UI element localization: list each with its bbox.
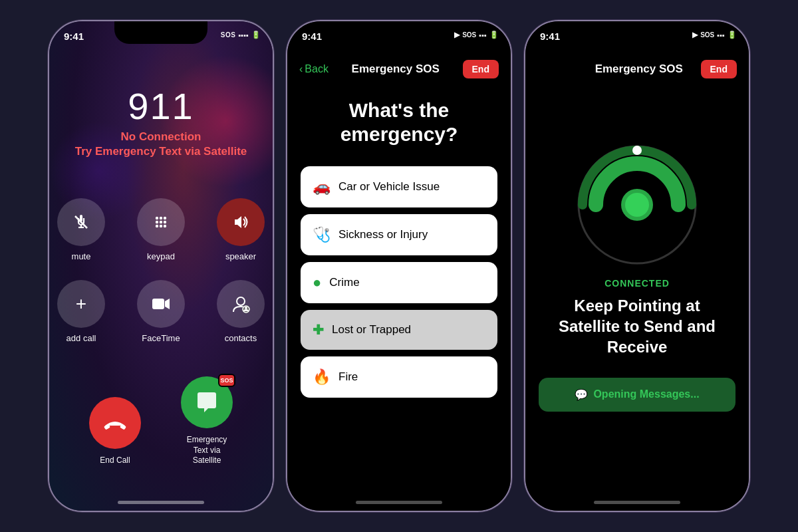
fire-icon: 🔥 <box>313 368 331 386</box>
status-icons-3: ▶ SOS ▪▪▪ 🔋 <box>692 31 737 39</box>
lost-icon: ✚ <box>313 322 324 338</box>
end-button-2[interactable]: End <box>463 60 499 78</box>
mute-icon-circle <box>57 198 105 246</box>
svg-marker-15 <box>165 299 170 309</box>
sos-indicator-2: SOS <box>462 31 476 39</box>
home-indicator-2 <box>356 501 442 504</box>
location-icon-3: ▶ <box>692 31 698 39</box>
status-time-3: 9:41 <box>540 31 560 42</box>
svg-point-25 <box>625 193 649 217</box>
facetime-button[interactable]: FaceTime <box>134 280 188 343</box>
option-lost-label: Lost or Trapped <box>332 323 411 336</box>
battery-icon-2: 🔋 <box>489 31 499 39</box>
try-emergency-text: Try Emergency Text via Satellite <box>75 145 247 158</box>
sos-indicator-3: SOS <box>700 31 714 39</box>
back-button[interactable]: ‹ Back <box>299 63 329 75</box>
sos-indicator: SOS <box>221 31 236 39</box>
sickness-icon: 🩺 <box>313 226 331 243</box>
svg-point-10 <box>156 225 158 227</box>
option-fire[interactable]: 🔥 Fire <box>301 356 497 398</box>
contacts-icon <box>231 295 250 313</box>
phone3-content: Emergency SOS End CONNECTED Keep Pointin… <box>525 21 749 511</box>
home-indicator-1 <box>118 501 204 504</box>
phone1-content: 911 No Connection Try Emergency Text via… <box>49 21 273 511</box>
end-call-label: End Call <box>100 456 130 466</box>
no-connection-text: No Connection <box>121 130 201 144</box>
messages-bubble-icon: 💬 <box>575 388 588 401</box>
call-control-buttons: mute keypad <box>55 198 267 343</box>
facetime-label: FaceTime <box>142 333 180 343</box>
message-icon <box>195 390 219 414</box>
facetime-icon <box>152 297 170 311</box>
svg-rect-14 <box>152 299 164 309</box>
phone-3: 9:41 ▶ SOS ▪▪▪ 🔋 Emergency SOS End <box>524 20 750 512</box>
mute-button[interactable]: mute <box>55 198 108 261</box>
opening-messages-button[interactable]: 💬 Opening Messages... <box>539 378 735 412</box>
connected-label: CONNECTED <box>525 278 749 289</box>
keypad-label: keypad <box>147 251 175 261</box>
car-icon: 🚗 <box>313 178 331 196</box>
option-crime[interactable]: ● Crime <box>301 262 497 303</box>
svg-point-5 <box>160 217 162 219</box>
emergency-options-list: 🚗 Car or Vehicle Issue 🩺 Sickness or Inj… <box>287 166 511 398</box>
phone-1: 9:41 SOS ▪▪▪▪ 🔋 911 No Connection Try Em… <box>48 20 274 512</box>
status-icons-2: ▶ SOS ▪▪▪ 🔋 <box>454 31 499 39</box>
status-icons-1: SOS ▪▪▪▪ 🔋 <box>221 31 261 39</box>
svg-point-9 <box>164 221 166 223</box>
option-fire-label: Fire <box>338 370 358 384</box>
add-call-button[interactable]: + add call <box>55 280 108 343</box>
emergency-sos-icon-circle: SOS <box>181 376 233 428</box>
end-button-3[interactable]: End <box>701 60 737 78</box>
svg-point-11 <box>160 225 162 227</box>
status-bar-3: 9:41 ▶ SOS ▪▪▪ 🔋 <box>525 21 749 55</box>
keypad-button[interactable]: keypad <box>134 198 188 261</box>
chevron-left-icon: ‹ <box>299 63 303 75</box>
speaker-icon-circle <box>217 198 265 246</box>
keypad-icon-circle <box>137 198 185 246</box>
bottom-call-buttons: End Call SOS EmergencyText viaSatellite <box>89 376 233 466</box>
svg-point-4 <box>156 217 158 219</box>
end-call-button[interactable]: End Call <box>89 397 141 466</box>
option-sickness-label: Sickness or Injury <box>338 228 428 241</box>
svg-point-16 <box>237 297 245 305</box>
svg-rect-1 <box>80 215 82 221</box>
option-lost[interactable]: ✚ Lost or Trapped <box>301 310 497 350</box>
contacts-button[interactable]: contacts <box>214 280 267 343</box>
status-bar-1: 9:41 SOS ▪▪▪▪ 🔋 <box>49 21 273 55</box>
keep-pointing-text: Keep Pointing at Satellite to Send and R… <box>525 295 749 358</box>
signal-icon: ▪▪▪▪ <box>238 31 249 39</box>
nav-title-3: Emergency SOS <box>595 63 683 76</box>
battery-icon: 🔋 <box>251 31 261 39</box>
satellite-visual <box>525 132 749 265</box>
svg-point-19 <box>245 307 247 309</box>
speaker-icon <box>231 212 251 232</box>
speaker-button[interactable]: speaker <box>214 198 267 261</box>
add-call-icon: + <box>76 293 86 315</box>
contacts-label: contacts <box>225 333 257 343</box>
nav-title-2: Emergency SOS <box>352 63 440 76</box>
emergency-text-label: EmergencyText viaSatellite <box>187 435 227 466</box>
option-crime-label: Crime <box>329 276 359 289</box>
sos-badge: SOS <box>218 374 235 387</box>
emergency-sos-button[interactable]: SOS EmergencyText viaSatellite <box>181 376 233 466</box>
status-time-1: 9:41 <box>64 31 84 42</box>
emergency-question: What's the emergency? <box>287 85 511 166</box>
svg-marker-13 <box>235 216 241 228</box>
status-bar-2: 9:41 ▶ SOS ▪▪▪ 🔋 <box>287 21 511 55</box>
speaker-label: speaker <box>225 251 256 261</box>
svg-point-7 <box>156 221 158 223</box>
option-sickness[interactable]: 🩺 Sickness or Injury <box>301 214 497 255</box>
back-label: Back <box>305 63 329 75</box>
svg-point-6 <box>164 217 166 219</box>
location-icon: ▶ <box>454 31 460 39</box>
svg-point-23 <box>632 146 642 155</box>
opening-messages-label: Opening Messages... <box>593 388 699 400</box>
mute-icon <box>72 213 90 231</box>
signal-icon-3: ▪▪▪ <box>717 31 725 39</box>
end-call-icon <box>104 416 126 430</box>
svg-point-12 <box>164 225 166 227</box>
phone-2: 9:41 ▶ SOS ▪▪▪ 🔋 ‹ Back Emergency SOS En… <box>286 20 512 512</box>
end-call-icon-circle <box>89 397 141 449</box>
status-time-2: 9:41 <box>302 31 322 42</box>
option-car[interactable]: 🚗 Car or Vehicle Issue <box>301 166 497 207</box>
